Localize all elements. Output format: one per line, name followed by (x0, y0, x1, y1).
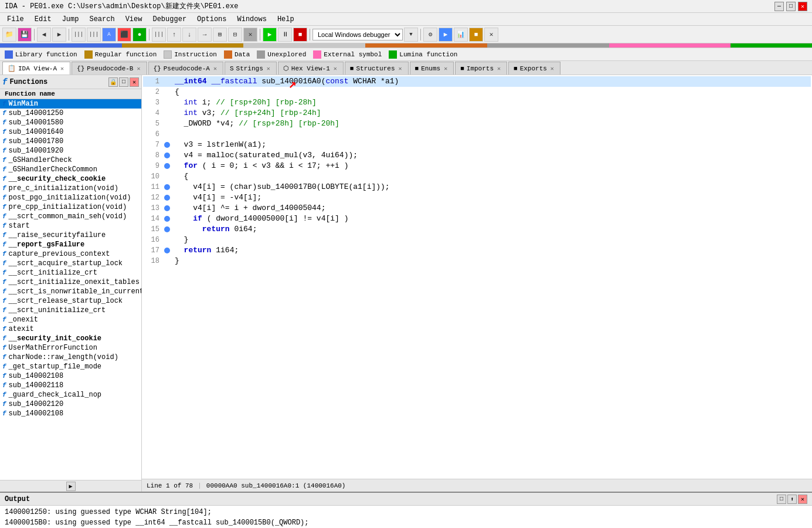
func-item[interactable]: f__security_check_cookie (0, 174, 141, 184)
func-item[interactable]: fpre_cpp_initialization(void) (0, 202, 141, 212)
tab-close-hex-view-1[interactable]: ✕ (332, 65, 338, 72)
tab-imports[interactable]: ■Imports✕ (455, 62, 507, 75)
tab-close-structures[interactable]: ✕ (397, 65, 403, 72)
menu-item-windows[interactable]: Windows (233, 14, 271, 25)
code-line[interactable]: 3 int i; // [rsp+20h] [rbp-28h] (143, 97, 811, 108)
func-item[interactable]: fpost_pgo_initialization(void) (0, 193, 141, 202)
tb-circle[interactable]: ● (132, 28, 147, 42)
func-item[interactable]: fUserMathErrorFunction (0, 343, 141, 353)
tb-save[interactable]: 💾 (18, 28, 32, 42)
menu-item-jump[interactable]: Jump (57, 14, 84, 25)
tb-stop[interactable]: ■ (293, 28, 307, 42)
func-item[interactable]: f_get_startup_file_mode (0, 362, 141, 371)
line-breakpoint[interactable] (164, 237, 170, 243)
tb-dbg3[interactable]: ▶ (439, 28, 453, 42)
maximize-button[interactable]: □ (786, 2, 796, 11)
func-item[interactable]: f__scrt_acquire_startup_lock (0, 259, 141, 268)
tb-play[interactable]: ▶ (263, 28, 277, 42)
tb-dbg1[interactable]: ▼ (404, 28, 418, 42)
code-line[interactable]: 10 { (143, 171, 811, 182)
menu-item-help[interactable]: Help (273, 14, 299, 25)
panel-btn-restore[interactable]: □ (119, 77, 128, 87)
line-breakpoint[interactable] (164, 205, 170, 211)
menu-item-options[interactable]: Options (192, 14, 231, 25)
tab-close-pseudocode-a[interactable]: ✕ (212, 65, 218, 72)
code-line[interactable]: 8 v4 = malloc(saturated_mul(v3, 4ui64)); (143, 150, 811, 161)
tb-dbg6[interactable]: ✕ (484, 28, 498, 42)
line-breakpoint[interactable] (164, 79, 170, 84)
tb-dbg2[interactable]: ⚙ (423, 28, 437, 42)
tb-btn3[interactable]: ||| (72, 28, 86, 42)
func-item[interactable]: fsub_140001250 (0, 109, 141, 118)
func-item[interactable]: fstart (0, 221, 141, 231)
code-line[interactable]: 15 return 0i64; (143, 224, 811, 235)
code-line[interactable]: 7 v3 = lstrlenW(a1); (143, 140, 811, 150)
line-breakpoint[interactable] (164, 174, 170, 180)
menu-item-debugger[interactable]: Debugger (148, 14, 191, 25)
func-item[interactable]: fsub_140002118 (0, 381, 141, 390)
line-breakpoint[interactable] (164, 100, 170, 106)
tb-btn11[interactable]: ✕ (243, 28, 257, 42)
func-item[interactable]: f__raise_securityfailure (0, 231, 141, 240)
func-item[interactable]: fWinMain (0, 99, 141, 109)
func-item[interactable]: fsub_140002108 (0, 409, 141, 418)
close-button[interactable]: ✕ (798, 2, 807, 11)
line-breakpoint[interactable] (164, 184, 170, 190)
output-restore[interactable]: □ (777, 495, 786, 504)
tb-btn5[interactable]: ||| (152, 28, 166, 42)
tab-close-pseudocode-b[interactable]: ✕ (135, 65, 141, 72)
menu-item-file[interactable]: File (2, 14, 29, 25)
menu-item-edit[interactable]: Edit (30, 14, 56, 25)
tb-btn9[interactable]: ⊞ (213, 28, 227, 42)
line-breakpoint[interactable] (164, 153, 170, 158)
tb-dbg5[interactable]: ■ (469, 28, 483, 42)
line-breakpoint[interactable] (164, 131, 170, 137)
func-item[interactable]: fsub_140002120 (0, 400, 141, 409)
tab-pseudocode-b[interactable]: {}Pseudocode-B✕ (72, 62, 147, 75)
code-line[interactable]: 4 int v3; // [rsp+24h] [rbp-24h] (143, 108, 811, 119)
line-breakpoint[interactable] (164, 258, 170, 264)
code-line[interactable]: 11 v4[i] = (char)sub_1400017B0(LOBYTE(a1… (143, 182, 811, 192)
line-breakpoint[interactable] (164, 89, 170, 95)
func-item[interactable]: f__scrt_common_main_seh(void) (0, 212, 141, 221)
func-item[interactable]: fpre_c_initialization(void) (0, 184, 141, 193)
code-line[interactable]: 12 v4[i] = -v4[i]; (143, 192, 811, 203)
line-breakpoint[interactable] (164, 216, 170, 222)
code-line[interactable]: 18} (143, 256, 811, 266)
code-line[interactable]: 14 if ( dword_140005000[i] != v4[i] ) (143, 214, 811, 224)
func-item[interactable]: fsub_140001640 (0, 127, 141, 137)
output-close[interactable]: ✕ (798, 495, 807, 504)
line-breakpoint[interactable] (164, 226, 170, 232)
func-list[interactable]: fWinMainfsub_140001250fsub_140001580fsub… (0, 99, 141, 480)
code-line[interactable]: 6 (143, 129, 811, 140)
func-item[interactable]: fsub_140001580 (0, 118, 141, 127)
func-item[interactable]: f__scrt_initialize_onexit_tables (0, 277, 141, 287)
func-scroll-right[interactable]: ▶ (66, 482, 76, 491)
tab-close-enums[interactable]: ✕ (443, 65, 449, 72)
func-item[interactable]: f__scrt_is_nonwritable_in_current (0, 287, 141, 296)
func-item[interactable]: fcharNode::raw_length(void) (0, 353, 141, 362)
line-breakpoint[interactable] (164, 163, 170, 169)
panel-btn-close[interactable]: ✕ (130, 77, 139, 87)
tb-btn4[interactable]: ||| (87, 28, 101, 42)
tab-ida-view-a[interactable]: 📋IDA View-A✕ (2, 62, 70, 75)
code-line[interactable]: 17 return 1i64; (143, 245, 811, 256)
tab-pseudocode-a[interactable]: {}Pseudocode-A✕ (148, 62, 223, 75)
tb-graph[interactable]: ⬛ (117, 28, 131, 42)
tab-enums[interactable]: ■Enums✕ (410, 62, 454, 75)
tb-btn6[interactable]: ↑ (167, 28, 181, 42)
menu-item-search[interactable]: Search (84, 14, 119, 25)
code-line[interactable]: 5 _DWORD *v4; // [rsp+28h] [rbp-20h] (143, 119, 811, 129)
tab-exports[interactable]: ■Exports✕ (508, 62, 560, 75)
tb-back[interactable]: ◀ (37, 28, 51, 42)
line-breakpoint[interactable] (164, 142, 170, 148)
line-breakpoint[interactable] (164, 110, 170, 116)
func-item[interactable]: f_guard_check_icall_nop (0, 390, 141, 400)
tab-close-imports[interactable]: ✕ (496, 65, 502, 72)
func-item[interactable]: f__scrt_initialize_crt (0, 268, 141, 277)
line-breakpoint[interactable] (164, 248, 170, 253)
code-line[interactable]: 1__int64 __fastcall sub_1400016A0(const … (143, 76, 811, 87)
tb-forward[interactable]: ▶ (52, 28, 66, 42)
output-maximize[interactable]: ⬆ (787, 495, 797, 504)
func-item[interactable]: fcapture_previous_context (0, 249, 141, 259)
